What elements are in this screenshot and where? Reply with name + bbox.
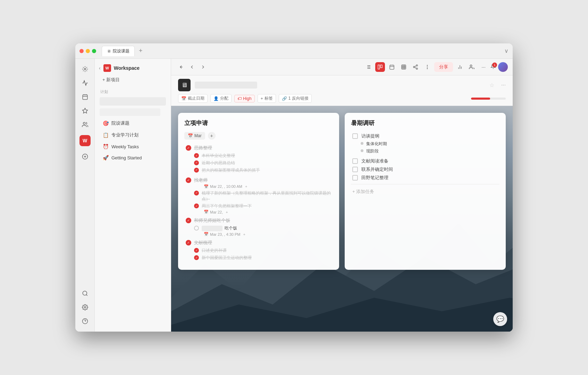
sub-task-1-2[interactable]: ✓ 近期小的思路总结 — [193, 159, 333, 167]
nav-help[interactable] — [79, 315, 91, 327]
priority-tag[interactable]: 🏷 High — [234, 95, 255, 102]
chat-button[interactable]: 💬 — [493, 312, 507, 326]
task-item-3[interactable]: ✓ 和师兄师姐吃个饭 — [184, 216, 333, 225]
nav-home[interactable] — [79, 63, 91, 75]
members-button[interactable] — [467, 62, 477, 72]
plus-icon: + — [261, 96, 263, 101]
add-date-btn-2-1[interactable]: + — [245, 184, 247, 189]
add-date-button[interactable]: + — [208, 132, 216, 140]
sidebar-item-3[interactable]: 🚀 Getting Started — [98, 152, 168, 163]
item-more-button[interactable]: ··· — [501, 82, 506, 88]
sub-task-1-3[interactable]: ✓ 把大的框架图整理成具体的抓手 — [193, 167, 333, 174]
sub-task-1-1[interactable]: ✓ 本科毕业论文整理 — [193, 152, 333, 159]
nav-forward-button[interactable] — [198, 62, 208, 72]
task-check-2[interactable]: ✓ — [186, 177, 191, 183]
svg-point-35 — [416, 68, 418, 69]
right-check-1[interactable] — [352, 133, 358, 139]
date-badge[interactable]: 📅 Mar — [184, 132, 205, 140]
sub-check-1-1[interactable]: ✓ — [194, 153, 199, 158]
sidebar-item-0[interactable]: 🎯 院设课题 — [98, 118, 168, 129]
view-board-button[interactable] — [375, 62, 385, 72]
sidebar-placeholder-1 — [100, 97, 166, 106]
task-check-4[interactable]: ✓ — [186, 240, 191, 245]
sub-task-2-2[interactable]: ✓ 周三下午先把框架整理一下 — [193, 202, 333, 210]
close-button[interactable] — [79, 49, 84, 53]
task-group-3: ✓ 和师兄师姐吃个饭 吃个饭 — [184, 216, 333, 236]
sidebar-back-button[interactable]: ‹ — [99, 65, 101, 71]
canvas-area: 立项申请 📅 Mar + ✓ 思路整理 — [171, 106, 513, 332]
task-check-1[interactable]: ✓ — [186, 145, 191, 151]
sub-task-4-2[interactable]: ✓ 新中国爱国卫生运动的整理 — [193, 254, 333, 261]
notification-area[interactable]: 1 — [490, 64, 496, 70]
svg-point-10 — [83, 291, 87, 295]
view-share-button[interactable] — [411, 62, 420, 72]
nav-settings[interactable] — [79, 301, 91, 314]
sub-task-4-1[interactable]: ✓ 口述史的补课 — [193, 247, 333, 254]
due-date-tag[interactable]: 📅 截止日期 — [178, 94, 208, 103]
analytics-button[interactable] — [455, 62, 465, 72]
new-tab-button[interactable]: + — [139, 47, 143, 55]
task-item-1[interactable]: ✓ 思路整理 — [184, 144, 333, 152]
sub-text-1-1: 本科毕业论文整理 — [202, 153, 235, 159]
add-task-label: + 添加任务 — [352, 189, 374, 195]
right-check-2[interactable] — [352, 158, 358, 164]
add-date-btn-2-2[interactable]: + — [226, 210, 228, 214]
sub-check-3-1[interactable] — [194, 226, 199, 231]
sidebar-item-2[interactable]: ⏰ Weekly Tasks — [98, 141, 168, 152]
svg-point-12 — [84, 307, 86, 308]
add-date-btn-3[interactable]: + — [243, 232, 245, 236]
backlink-tag[interactable]: 🔗 1 反向链接 — [279, 94, 312, 103]
task-check-3[interactable]: ✓ — [186, 218, 191, 223]
sub-check-2-1[interactable]: ✓ — [194, 191, 199, 195]
view-table-button[interactable] — [399, 62, 409, 72]
share-button[interactable]: 分享 — [434, 62, 453, 72]
sub-check-4-2[interactable]: ✓ — [194, 255, 199, 260]
label-tag[interactable]: + 标签 — [258, 94, 276, 103]
user-avatar[interactable] — [498, 62, 508, 72]
sub-task-2-1[interactable]: ✓ 梳理了新的框架（先整理粗略的框架，再从里面找到可以做院级课题的点） — [193, 190, 333, 203]
minimize-button[interactable] — [86, 49, 90, 53]
sub-check-1-2[interactable]: ✓ — [194, 160, 199, 165]
sub-check-2-2[interactable]: ✓ — [194, 203, 199, 208]
more-options-button[interactable]: ··· — [479, 62, 488, 72]
sidebar-item-1[interactable]: 📋 专业学习计划 — [98, 130, 168, 141]
right-task-4[interactable]: 田野笔记整理 — [351, 174, 499, 182]
nav-starred[interactable] — [79, 105, 91, 117]
view-list-button[interactable] — [363, 62, 373, 72]
right-task-group-1: 访谈提纲 集体化时期 现阶段 — [351, 132, 499, 155]
sub-task-3-1[interactable]: 吃个饭 — [193, 225, 333, 232]
new-project-button[interactable]: + 新项目 — [98, 75, 168, 85]
maximize-button[interactable] — [92, 49, 96, 53]
back-panel-button[interactable] — [176, 62, 186, 72]
nav-team[interactable] — [79, 118, 91, 131]
sub-check-1-3[interactable]: ✓ — [194, 168, 199, 173]
sub-check-4-1[interactable]: ✓ — [194, 248, 199, 253]
right-check-3[interactable] — [352, 167, 358, 172]
task-item-4[interactable]: ✓ 文献梳理 — [184, 239, 333, 247]
date-value-2-2: Mar 22, — [210, 210, 223, 214]
add-task-button[interactable]: + 添加任务 — [351, 186, 499, 197]
right-task-2[interactable]: 文献阅读准备 — [351, 157, 499, 165]
right-task-1[interactable]: 访谈提纲 — [351, 132, 499, 140]
nav-back-button[interactable] — [187, 62, 197, 72]
workspace-icon[interactable]: W — [79, 135, 91, 146]
tag-icon: 🏷 — [237, 96, 242, 101]
star-button[interactable]: ☆ — [489, 82, 494, 89]
nav-activity[interactable] — [79, 77, 91, 89]
section-label: 计划 — [95, 88, 171, 96]
nav-calendar[interactable] — [79, 91, 91, 103]
nav-add[interactable] — [79, 150, 91, 163]
view-calendar-button[interactable] — [387, 62, 397, 72]
right-task-3[interactable]: 联系并确定时间 — [351, 165, 499, 174]
assign-tag[interactable]: 👤 分配 — [210, 94, 232, 103]
tab-icon: 🖥 — [107, 49, 111, 53]
right-sub-1-1[interactable]: 集体化时期 — [359, 140, 499, 148]
task-item-2[interactable]: ✓ 找老师 — [184, 176, 333, 184]
svg-point-39 — [427, 67, 427, 67]
view-more-button[interactable] — [422, 62, 432, 72]
right-check-4[interactable] — [352, 175, 358, 181]
left-card: 立项申请 📅 Mar + ✓ 思路整理 — [178, 113, 339, 270]
nav-search[interactable] — [79, 287, 91, 300]
active-tab[interactable]: 🖥 院设课题 — [102, 46, 135, 56]
right-sub-1-2[interactable]: 现阶段 — [359, 148, 499, 155]
